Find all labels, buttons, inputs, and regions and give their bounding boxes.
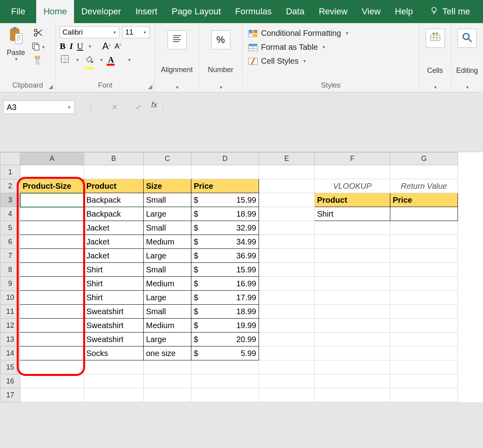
format-as-table-button[interactable]: Format as Table ▼ [247,40,415,54]
cell-D6[interactable]: $34.99 [191,235,259,249]
alignment-button[interactable] [167,30,187,49]
cell-C5[interactable]: Small [144,221,191,235]
cell-F9[interactable] [315,277,390,291]
cell-G6[interactable] [390,235,458,249]
cancel-formula-button[interactable]: ✕ [107,100,123,114]
cell-B11[interactable]: Sweatshirt [84,305,144,319]
row-header-8[interactable]: 8 [0,263,20,277]
cell-E11[interactable] [259,305,315,319]
row-header-16[interactable]: 16 [0,374,20,388]
conditional-formatting-button[interactable]: Conditional Formatting ▼ [247,26,415,40]
font-dialog-launcher[interactable]: ◢ [148,83,152,90]
cell-C3[interactable]: Small [144,193,191,207]
cell-B13[interactable]: Sweatshirt [84,333,144,346]
decrease-font-button[interactable]: A▾ [115,42,121,51]
cell-F14[interactable] [315,346,390,360]
select-all-corner[interactable] [0,153,20,165]
tab-data[interactable]: Data [279,0,312,23]
row-header-10[interactable]: 10 [0,291,20,305]
cell-E8[interactable] [259,263,315,277]
cell-F12[interactable] [315,319,390,333]
clipboard-dialog-launcher[interactable]: ◢ [49,83,53,90]
cell-A1[interactable] [20,165,84,179]
name-box[interactable]: A3 ▼ [3,100,75,114]
cell-D16[interactable] [191,374,259,388]
cell-B4[interactable]: Backpack [84,207,144,221]
cell-E10[interactable] [259,291,315,305]
cell-C12[interactable]: Medium [144,319,191,333]
cell-C10[interactable]: Large [144,291,191,305]
enter-formula-button[interactable]: ✓ [130,100,146,114]
cut-button[interactable] [32,28,45,39]
cell-G12[interactable] [390,319,458,333]
cell-B12[interactable]: Sweatshirt [84,319,144,333]
cell-G9[interactable] [390,277,458,291]
font-name-select[interactable]: Calibri ▼ [60,26,119,38]
cell-A10[interactable] [20,291,84,305]
fill-color-button[interactable] [84,55,94,65]
cell-B5[interactable]: Jacket [84,221,144,235]
cell-E12[interactable] [259,319,315,333]
cell-A4[interactable] [20,207,84,221]
cell-E17[interactable] [259,388,315,402]
cell-A8[interactable] [20,263,84,277]
fx-label[interactable]: fx [151,100,158,110]
cell-E7[interactable] [259,249,315,263]
tell-me-search[interactable]: Tell me [423,0,477,23]
row-header-9[interactable]: 9 [0,277,20,291]
cell-D13[interactable]: $20.99 [191,333,259,346]
cell-G14[interactable] [390,346,458,360]
editing-button[interactable] [458,29,477,48]
cell-B16[interactable] [84,374,144,388]
tab-page-layout[interactable]: Page Layout [164,0,228,23]
tab-insert[interactable]: Insert [128,0,164,23]
cell-D8[interactable]: $15.99 [191,263,259,277]
cell-styles-button[interactable]: Cell Styles ▼ [247,54,415,68]
cell-B10[interactable]: Shirt [84,291,144,305]
cell-B17[interactable] [84,388,144,402]
cell-G2[interactable]: Return Value [390,179,458,193]
formula-options-button[interactable]: ⋮ [83,100,99,114]
cell-B1[interactable] [84,165,144,179]
cell-E4[interactable] [259,207,315,221]
row-header-11[interactable]: 11 [0,305,20,319]
column-header-A[interactable]: A [20,153,84,165]
cell-C7[interactable]: Large [144,249,191,263]
row-header-7[interactable]: 7 [0,249,20,263]
cell-D3[interactable]: $15.99 [191,193,259,207]
cell-E14[interactable] [259,346,315,360]
cell-A7[interactable] [20,249,84,263]
cell-B9[interactable]: Shirt [84,277,144,291]
cell-F7[interactable] [315,249,390,263]
cell-G15[interactable] [390,360,458,374]
font-size-select[interactable]: 11 ▼ [123,26,150,38]
cell-F17[interactable] [315,388,390,402]
cell-C17[interactable] [144,388,191,402]
cell-F1[interactable] [315,165,390,179]
cell-G11[interactable] [390,305,458,319]
formula-input[interactable] [163,100,480,114]
cell-G8[interactable] [390,263,458,277]
font-color-button[interactable]: A [108,55,122,65]
cell-F2[interactable]: VLOOKUP [315,179,390,193]
cell-F11[interactable] [315,305,390,319]
cell-A6[interactable] [20,235,84,249]
cell-D7[interactable]: $36.99 [191,249,259,263]
cell-C4[interactable]: Large [144,207,191,221]
row-header-3[interactable]: 3 [0,193,20,207]
borders-button[interactable] [60,54,70,65]
cell-A14[interactable] [20,346,84,360]
cell-F4[interactable]: Shirt [315,207,390,221]
format-painter-button[interactable] [32,55,45,66]
cell-C2[interactable]: Size [144,179,191,193]
cell-D10[interactable]: $17.99 [191,291,259,305]
cell-C8[interactable]: Small [144,263,191,277]
cell-D1[interactable] [191,165,259,179]
column-header-F[interactable]: F [315,153,390,165]
cell-D12[interactable]: $19.99 [191,319,259,333]
cell-C9[interactable]: Medium [144,277,191,291]
cell-E13[interactable] [259,333,315,346]
cell-D14[interactable]: $5.99 [191,346,259,360]
tab-formulas[interactable]: Formulas [228,0,279,23]
cell-B2[interactable]: Product [84,179,144,193]
